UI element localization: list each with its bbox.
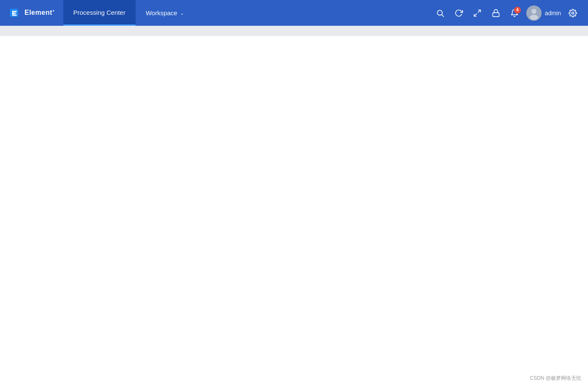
main-content xyxy=(0,36,588,387)
svg-line-4 xyxy=(474,14,476,16)
footer-watermark: CSDN @极梦网络无忧 xyxy=(530,375,581,382)
logo-area[interactable]: Element+ xyxy=(0,6,63,20)
element-logo-icon xyxy=(8,6,22,20)
notifications-button[interactable]: 4 xyxy=(506,5,523,22)
workspace-chevron-icon: ⌄ xyxy=(180,10,184,16)
logo-text: Element+ xyxy=(24,9,55,16)
nav-items: Processing Center Workspace ⌄ xyxy=(63,0,432,26)
notification-badge: 4 xyxy=(514,7,521,14)
gear-icon xyxy=(569,9,577,17)
search-button[interactable] xyxy=(432,5,449,22)
username-label: admin xyxy=(545,10,561,16)
svg-point-9 xyxy=(572,12,574,14)
svg-point-7 xyxy=(531,9,536,14)
lock-icon xyxy=(492,9,500,17)
refresh-button[interactable] xyxy=(450,5,467,22)
lock-button[interactable] xyxy=(487,5,504,22)
svg-line-2 xyxy=(442,14,444,16)
refresh-icon xyxy=(455,9,463,17)
fullscreen-icon xyxy=(473,9,482,17)
nav-workspace[interactable]: Workspace ⌄ xyxy=(136,0,194,26)
nav-processing-center[interactable]: Processing Center xyxy=(63,0,136,26)
nav-right-toolbar: 4 admin xyxy=(432,5,588,22)
avatar xyxy=(526,5,542,21)
fullscreen-button[interactable] xyxy=(469,5,486,22)
svg-line-3 xyxy=(478,10,481,12)
search-icon xyxy=(436,9,444,17)
sub-header-bar xyxy=(0,26,588,36)
settings-button[interactable] xyxy=(564,5,581,22)
svg-point-8 xyxy=(530,15,538,20)
navbar: Element+ Processing Center Workspace ⌄ xyxy=(0,0,588,26)
svg-rect-5 xyxy=(493,13,499,16)
user-avatar-area[interactable]: admin xyxy=(525,5,563,21)
